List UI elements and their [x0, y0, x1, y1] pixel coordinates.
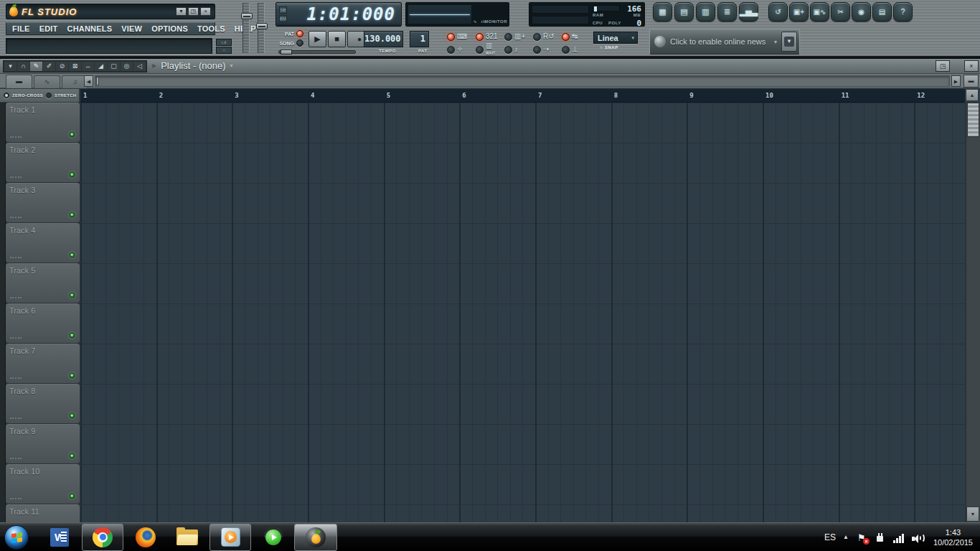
snap-selector[interactable]: Linea ▾ — [593, 32, 638, 44]
track-enable-led[interactable] — [70, 212, 75, 217]
track-header-track-8[interactable]: Track 8 — [6, 384, 80, 423]
playlist-title[interactable]: Playlist - (none) — [161, 60, 225, 71]
menu-item-channels[interactable]: CHANNELS — [67, 24, 113, 33]
close-button[interactable]: × — [200, 7, 211, 16]
wait-for-input[interactable]: ▥WAIT — [473, 43, 502, 56]
track-header-track-11[interactable]: Track 11 — [6, 504, 80, 522]
playlist-title-arrow-icon[interactable]: ▾ — [230, 62, 232, 69]
track-enable-led[interactable] — [70, 253, 75, 258]
news-dropdown-icon[interactable]: ▾ — [770, 39, 781, 45]
typing-keyboard-record-led[interactable] — [447, 33, 455, 41]
pattern-display[interactable]: 1 — [410, 31, 429, 47]
select-tool[interactable]: ▢ — [108, 62, 120, 71]
loop-record[interactable]: ▥+ — [502, 30, 531, 43]
track-header-track-1[interactable]: Track 1 — [6, 103, 80, 142]
taskbar-fl-studio[interactable] — [294, 524, 337, 551]
taskbar-chrome[interactable] — [82, 524, 123, 551]
draw-tool[interactable]: ✎ — [30, 62, 42, 71]
vertical-scrollbar[interactable]: ▼ — [966, 103, 980, 522]
taskbar-audio-player[interactable] — [263, 527, 284, 548]
vscroll-up-button[interactable]: ▲ — [966, 89, 979, 101]
minimize-button[interactable]: ▾ — [176, 7, 187, 16]
playlist-restore-button[interactable]: ◳ — [936, 60, 950, 72]
vscroll-down-button[interactable]: ▼ — [966, 507, 979, 522]
vscroll-thumb[interactable] — [967, 103, 979, 137]
playlist-close-button[interactable]: × — [964, 60, 979, 72]
track-header-track-7[interactable]: Track 7 — [6, 344, 80, 383]
hidden-icons-button[interactable]: ▲ — [843, 534, 849, 540]
countdown-record-led[interactable] — [476, 33, 484, 41]
track-enable-led[interactable] — [70, 172, 75, 177]
blend-recording-led[interactable] — [533, 46, 541, 54]
track-header-track-4[interactable]: Track 4 — [6, 223, 80, 263]
action-center-icon[interactable]: ⚑ × — [856, 532, 867, 543]
clips-tab[interactable]: ▬ — [6, 75, 32, 88]
foot-pedal-led[interactable] — [504, 46, 512, 54]
overdub-record-led[interactable] — [533, 33, 541, 41]
piano-roll-window-button[interactable]: ▥ — [696, 2, 715, 22]
play-button[interactable]: ▶ — [308, 31, 326, 47]
start-button[interactable] — [4, 525, 29, 550]
taskbar-firefox[interactable] — [135, 527, 156, 548]
playlist-grid[interactable] — [80, 103, 966, 522]
track-header-track-5[interactable]: Track 5 — [6, 263, 80, 303]
paint-tool[interactable]: ✐ — [43, 62, 55, 71]
hscroll-left-button[interactable]: ◀ — [84, 75, 93, 87]
playlist-options-menu[interactable]: ▾ — [4, 62, 17, 71]
playlist-window-button[interactable]: ▦ — [653, 2, 672, 22]
undo-button[interactable]: ↺ — [768, 2, 788, 22]
track-header-track-6[interactable]: Track 6 — [6, 303, 80, 343]
menu-item-tools[interactable]: TOOLS — [197, 24, 225, 33]
step-edit-led[interactable] — [447, 46, 455, 54]
monitor-panel[interactable]: ∿ ılı MONITOR — [405, 2, 509, 27]
mixer-window-button[interactable]: ▂▅▃ — [739, 2, 758, 22]
zoom-tool[interactable]: ◎ — [121, 62, 133, 71]
automation-tab[interactable]: ∿ — [34, 75, 60, 88]
restore-button[interactable]: ◳ — [188, 7, 199, 16]
foot-pedal[interactable]: ♪ — [502, 43, 531, 56]
menu-item-file[interactable]: FILE — [12, 24, 30, 33]
record-audio-button[interactable]: ◉ — [852, 2, 871, 22]
browser-window-button[interactable]: ≣ — [717, 2, 737, 22]
recording-link[interactable]: ↹ — [560, 30, 588, 43]
master-pitch-slider[interactable] — [258, 3, 265, 53]
export-wave-button[interactable]: ▣∿ — [810, 2, 829, 22]
song-mode-led[interactable] — [296, 39, 303, 47]
metronome-led[interactable] — [562, 46, 570, 54]
horizontal-scrollbar[interactable] — [95, 75, 950, 87]
time-mode-sb[interactable]: SB — [279, 6, 287, 14]
tempo-display[interactable]: 130.000 — [364, 31, 403, 47]
snap-magnet-tool[interactable]: ∩ — [17, 62, 29, 71]
playlist-header[interactable]: ▾∩✎✐⊘⊠↔◢▢◎◁ ▶ Playlist - (none) ▾ ◳ × — [0, 59, 980, 74]
track-enable-led[interactable] — [70, 132, 75, 137]
track-header-track-2[interactable]: Track 2 — [6, 143, 80, 182]
track-enable-led[interactable] — [70, 453, 75, 458]
hscroll-thumb[interactable] — [96, 77, 99, 85]
hscroll-right-button[interactable]: ▶ — [951, 75, 961, 87]
volume-icon[interactable] — [912, 532, 923, 543]
step-sequencer-window-button[interactable]: ▤ — [674, 2, 694, 22]
delete-tool[interactable]: ⊘ — [56, 62, 68, 71]
track-enable-led[interactable] — [70, 293, 75, 298]
news-download-button[interactable]: ▼ — [781, 32, 797, 52]
monitor-wave-icon[interactable]: ∿ — [473, 19, 477, 24]
language-indicator[interactable]: ES — [824, 532, 836, 542]
network-signal-icon[interactable] — [893, 532, 905, 543]
recording-link-led[interactable] — [562, 33, 570, 41]
menu-item-view[interactable]: VIEW — [121, 24, 142, 33]
pat-mode-led[interactable] — [296, 30, 303, 37]
step-edit[interactable]: ✧ — [445, 43, 473, 56]
blend-recording[interactable]: ⇢ — [531, 43, 560, 56]
overdub-record[interactable]: R↺ — [531, 30, 560, 43]
taskbar-explorer[interactable] — [176, 527, 198, 548]
menu-item-edit[interactable]: EDIT — [39, 24, 58, 33]
help-button[interactable]: ? — [893, 2, 913, 22]
stretch-radio[interactable] — [46, 93, 52, 98]
shuffle-slider[interactable] — [278, 50, 356, 54]
collapse-scrollbar-button[interactable]: ▬ — [963, 75, 979, 88]
news-panel[interactable]: Click to enable online news ▾ ▼ — [649, 29, 800, 55]
track-enable-led[interactable] — [70, 413, 75, 418]
taskbar-media-player[interactable] — [209, 524, 251, 551]
track-enable-led[interactable] — [70, 333, 75, 338]
track-header-track-10[interactable]: Track 10 — [6, 464, 80, 504]
